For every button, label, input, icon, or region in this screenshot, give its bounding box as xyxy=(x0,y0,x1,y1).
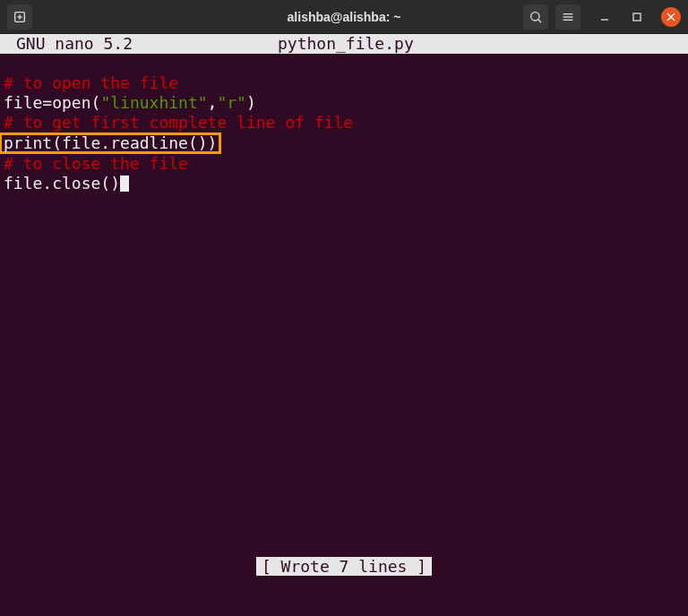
status-message: [ Wrote 7 lines ] xyxy=(256,557,432,576)
svg-line-4 xyxy=(538,19,541,21)
highlighted-code: print(file.readline()) xyxy=(0,133,221,154)
nano-header: GNU nano 5.2 python_file.py xyxy=(0,34,688,54)
nano-filename: python_file.py xyxy=(278,34,688,54)
window-title: alishba@alishba: ~ xyxy=(288,10,401,24)
svg-rect-9 xyxy=(633,13,641,21)
status-line: [ Wrote 7 lines ] xyxy=(0,557,688,577)
nano-version: GNU nano 5.2 xyxy=(0,34,278,54)
close-button[interactable] xyxy=(661,7,681,27)
window-titlebar: alishba@alishba: ~ xyxy=(0,0,688,34)
code-line: file=open("linuxhint","r") xyxy=(4,93,256,112)
editor-area[interactable]: # to open the file file=open("linuxhint"… xyxy=(0,54,688,193)
menu-button[interactable] xyxy=(555,4,580,30)
maximize-button[interactable] xyxy=(629,9,645,25)
code-comment: # to open the file xyxy=(4,73,178,92)
minimize-button[interactable] xyxy=(597,9,613,25)
new-tab-button[interactable] xyxy=(7,4,32,30)
cursor xyxy=(120,175,129,192)
shortcut-bar: ^G Help ^O Write Out ^W Where Is ^K Cut … xyxy=(0,577,688,616)
code-comment: # to close the file xyxy=(4,154,188,173)
svg-point-3 xyxy=(531,12,539,20)
code-comment: # to get first complete line of file xyxy=(4,113,353,132)
code-line: file.close() xyxy=(4,174,129,192)
search-button[interactable] xyxy=(523,4,548,30)
